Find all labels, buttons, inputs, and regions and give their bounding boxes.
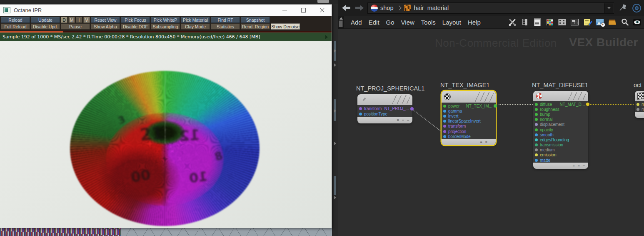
node-footer[interactable]: ≡=– (442, 139, 496, 145)
input-port[interactable] (443, 130, 446, 133)
input-port[interactable] (359, 107, 362, 110)
render-region-button[interactable]: Rend. Region (241, 23, 270, 30)
node-flag-icon[interactable]: – (583, 164, 585, 168)
visibility-eye-icon[interactable] (633, 18, 642, 27)
input-port[interactable] (637, 103, 639, 106)
octane-title-bar[interactable]: Octane IPR (0, 5, 332, 16)
node-footer[interactable]: ≡=– (533, 163, 588, 169)
node-footer[interactable]: ≡=– (357, 117, 412, 123)
wire-mat-to-octane[interactable] (590, 104, 634, 105)
node-title[interactable]: NT_MAT_DIFFUSE1 (532, 82, 588, 88)
menu-view[interactable]: View (401, 19, 414, 26)
node-nt-mat-diffuse1[interactable]: diffuse NT_MAT_D... roughness bump norma… (533, 91, 588, 169)
node-title[interactable]: NT_TEX_IMAGE1 (440, 82, 489, 88)
add-image-icon[interactable] (595, 18, 604, 27)
breadcrumb-node[interactable]: hair_material (414, 5, 449, 11)
reload-button[interactable]: Reload (1, 17, 30, 23)
port-row[interactable]: invert (442, 113, 496, 118)
m-channel-button[interactable]: M (68, 17, 75, 23)
snapshot-button[interactable]: Snapshot (241, 17, 270, 23)
input-port[interactable] (535, 143, 538, 146)
pin-icon[interactable] (619, 3, 628, 13)
pick-material-button[interactable]: Pick Material (181, 17, 210, 23)
breadcrumb[interactable]: shop hair_material (367, 3, 614, 14)
node-flag-icon[interactable]: ≡ (397, 118, 399, 122)
render-view[interactable]: 21 12 3 00 10 8 (0, 41, 332, 228)
pause-button[interactable]: Pause (61, 23, 90, 30)
node-header[interactable] (533, 91, 588, 101)
show-alpha-button[interactable]: Show Alpha (91, 23, 120, 30)
scroll-up-icon[interactable] (339, 17, 343, 20)
node-header[interactable] (635, 91, 644, 101)
pick-focus-button[interactable]: Pick Focus (121, 17, 150, 23)
port-row[interactable]: transmission (533, 143, 588, 148)
node-title[interactable]: NT_PROJ_SPHERICAL1 (356, 85, 424, 92)
input-port[interactable] (443, 105, 446, 108)
breadcrumb-context[interactable]: shop (380, 5, 393, 11)
menu-edit[interactable]: Edit (369, 19, 379, 26)
input-port[interactable] (443, 115, 446, 118)
input-port[interactable] (535, 128, 538, 131)
tree-view-icon[interactable] (520, 18, 529, 27)
v-channel-button[interactable]: V (83, 17, 90, 23)
node-header[interactable] (357, 94, 412, 105)
port-row[interactable]: normal (533, 117, 588, 122)
node-body[interactable]: mat med (635, 91, 644, 118)
update-button[interactable]: Update (31, 17, 60, 23)
subsampling-button[interactable]: Subsampling (151, 23, 180, 30)
input-port[interactable] (443, 110, 446, 113)
port-row[interactable]: roughness (533, 107, 588, 112)
output-port-row[interactable]: NT_PROJ_... (384, 106, 409, 111)
node-flag-icon[interactable]: ≡ (572, 164, 574, 168)
port-row[interactable]: mat (635, 102, 644, 107)
input-port[interactable] (535, 133, 538, 136)
node-body[interactable]: transform NT_PROJ_... positionType ≡=– (357, 94, 412, 123)
back-button[interactable] (341, 3, 352, 13)
node-flag-icon[interactable]: – (490, 140, 492, 144)
node-footer[interactable] (635, 112, 644, 118)
disable-update-button[interactable]: Disable Upd. (31, 23, 60, 30)
node-flag-icon[interactable]: = (402, 118, 404, 122)
scroll-thumb[interactable] (339, 20, 343, 27)
port-row[interactable]: displacement (533, 122, 588, 127)
node-header[interactable] (442, 91, 496, 103)
list-icon[interactable] (533, 18, 542, 27)
port-row[interactable]: matte (533, 158, 588, 163)
divider-arrow-icon[interactable] (334, 109, 336, 113)
disable-dof-button[interactable]: Disable DOF (121, 23, 150, 30)
port-row[interactable]: edgesRounding (533, 137, 588, 142)
maximize-button[interactable] (294, 5, 313, 16)
port-row[interactable]: emission (533, 153, 588, 158)
node-flag-icon[interactable]: = (485, 140, 487, 144)
output-port-row[interactable]: NT_TEX_IM... (466, 104, 492, 108)
gallery-box-icon[interactable] (608, 18, 617, 27)
show-denoise-button[interactable]: Show Denoise (271, 23, 300, 30)
divider-arrow-icon[interactable] (334, 142, 336, 145)
search-icon[interactable] (620, 18, 629, 27)
input-port[interactable] (637, 108, 639, 111)
d-channel-button[interactable]: D (61, 17, 67, 23)
divider-arrow-icon[interactable] (334, 49, 336, 53)
port-row[interactable]: med (635, 107, 644, 112)
port-row[interactable]: borderMode (442, 134, 496, 139)
menu-help[interactable]: Help (468, 19, 481, 26)
input-port[interactable] (535, 123, 538, 126)
input-port[interactable] (535, 118, 538, 121)
port-row[interactable]: medium (533, 148, 588, 153)
pick-whitepoint-button[interactable]: Pick WhiteP (151, 17, 180, 23)
input-port[interactable] (359, 113, 362, 115)
menu-add[interactable]: Add (351, 19, 362, 26)
port-row[interactable]: transform (442, 124, 496, 129)
output-port-row[interactable]: NT_MAT_D... (560, 102, 585, 107)
port-row[interactable]: gamma (442, 108, 496, 113)
node-nt-proj-spherical1[interactable]: transform NT_PROJ_... positionType ≡=– N… (357, 94, 412, 123)
node-flag-icon[interactable]: ≡ (480, 140, 482, 144)
i-channel-button[interactable]: I (76, 17, 82, 23)
wire-tex-to-mat[interactable] (499, 104, 533, 105)
node-octane-output[interactable]: mat med oct (635, 91, 644, 118)
port-row[interactable]: linearSpaceInvert (442, 119, 496, 124)
clay-mode-button[interactable]: Clay Mode (181, 23, 210, 30)
node-flag-icon[interactable]: – (407, 118, 409, 122)
divider-scroll-thumb[interactable] (334, 176, 336, 195)
port-row[interactable]: power NT_TEX_IM... (442, 103, 496, 108)
